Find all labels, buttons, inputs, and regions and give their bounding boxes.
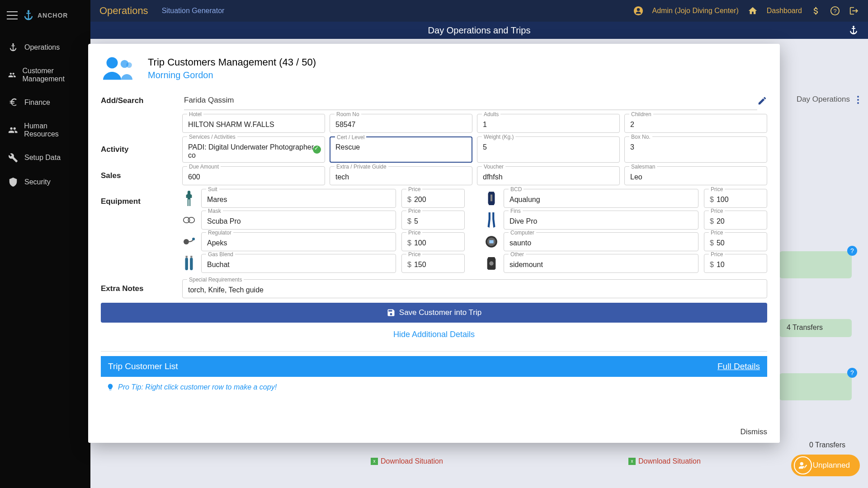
- help-badge-icon[interactable]: ?: [847, 246, 857, 256]
- customer-name-input[interactable]: Farida Qassim: [184, 91, 757, 110]
- box-no-field[interactable]: Box No.3: [624, 136, 767, 163]
- field-value: sidemount: [509, 261, 693, 270]
- help-icon[interactable]: ?: [830, 6, 840, 16]
- bcd-field[interactable]: BCDAqualung: [504, 189, 698, 208]
- anchor-icon[interactable]: [848, 25, 859, 36]
- svg-rect-17: [190, 258, 193, 270]
- download-situation-link[interactable]: xDownload Situation: [371, 457, 443, 465]
- special-requirements-field[interactable]: Special Requirementstorch, Knife, Tech g…: [182, 279, 767, 298]
- regulator-field[interactable]: RegulatorApeks: [201, 232, 396, 251]
- fins-price-field[interactable]: Price$20: [704, 211, 767, 230]
- children-field[interactable]: Children2: [624, 114, 767, 133]
- other-field[interactable]: Othersidemount: [504, 254, 698, 273]
- anchor-icon: [8, 42, 18, 52]
- field-value: Aqualung: [509, 196, 693, 205]
- field-value: 50: [717, 239, 725, 247]
- suit-field[interactable]: SuitMares: [201, 189, 396, 208]
- dashboard-link[interactable]: Dashboard: [767, 7, 802, 15]
- fins-field[interactable]: FinsDive Pro: [504, 211, 698, 230]
- sidebar-item-operations[interactable]: Operations: [0, 35, 90, 60]
- suit-price-field[interactable]: Price$200: [401, 189, 465, 208]
- field-value: Leo: [630, 173, 761, 182]
- svg-rect-16: [185, 258, 188, 270]
- edit-icon[interactable]: [757, 96, 767, 106]
- transfer-card[interactable]: ?: [779, 251, 852, 278]
- svg-point-11: [184, 239, 189, 244]
- full-details-link[interactable]: Full Details: [717, 361, 760, 371]
- svg-point-20: [489, 261, 493, 265]
- page-title: Operations: [99, 5, 148, 17]
- logout-icon[interactable]: [849, 6, 859, 16]
- field-label: Weight (Kg.): [482, 134, 515, 140]
- tab-day-operations[interactable]: Day Operations: [797, 95, 850, 104]
- transfer-card[interactable]: ?: [779, 373, 852, 400]
- section-label-add-search: Add/Search: [101, 96, 182, 105]
- svg-point-1: [637, 8, 639, 11]
- svg-point-5: [107, 57, 118, 69]
- field-label: Other: [509, 251, 526, 258]
- field-value: dfhfsh: [483, 173, 614, 182]
- field-value: 10: [717, 261, 725, 268]
- help-badge-icon[interactable]: ?: [847, 368, 857, 378]
- hotel-field[interactable]: HotelHILTON SHARM W.FALLS: [182, 114, 325, 133]
- anchor-logo-icon: [22, 9, 35, 22]
- unplanned-fab[interactable]: Unplanned: [791, 455, 860, 476]
- dismiss-button[interactable]: Dismiss: [741, 427, 768, 436]
- computer-field[interactable]: Computersaunto: [504, 232, 698, 251]
- account-circle-icon[interactable]: [633, 6, 643, 16]
- regulator-price-field[interactable]: Price$100: [401, 232, 465, 251]
- gas-blend-price-field[interactable]: Price$150: [401, 254, 465, 273]
- gas-blend-field[interactable]: Gas BlendBuchat: [201, 254, 396, 273]
- adults-field[interactable]: Adults1: [477, 114, 620, 133]
- bcd-icon: [485, 191, 498, 206]
- more-menu-icon[interactable]: [857, 96, 859, 104]
- bcd-price-field[interactable]: Price$100: [704, 189, 767, 208]
- gas-blend-icon: [182, 256, 196, 271]
- computer-price-field[interactable]: Price$50: [704, 232, 767, 251]
- weight-field[interactable]: Weight (Kg.)5: [477, 136, 620, 163]
- other-equipment-icon: [485, 256, 498, 271]
- transfer-summary-0: 0 Transfers: [809, 441, 845, 449]
- save-customer-button[interactable]: Save Customer into Trip: [101, 303, 767, 323]
- download-label: Download Situation: [638, 457, 701, 465]
- voucher-field[interactable]: Voucherdfhfsh: [477, 166, 620, 185]
- sidebar-item-finance[interactable]: Finance: [0, 90, 90, 115]
- field-label: BCD: [509, 186, 524, 192]
- sidebar-item-customer-management[interactable]: Customer Management: [0, 60, 90, 90]
- salesman-field[interactable]: SalesmanLeo: [624, 166, 767, 185]
- mask-icon: [182, 212, 196, 228]
- mask-price-field[interactable]: Price$5: [401, 211, 465, 230]
- field-label: Price: [406, 251, 422, 258]
- euro-icon: [8, 98, 18, 108]
- due-amount-field[interactable]: Due Amount600: [182, 166, 325, 185]
- sidebar-item-human-resources[interactable]: Human Resources: [0, 115, 90, 145]
- mask-field[interactable]: MaskScuba Pro: [201, 211, 396, 230]
- svg-point-7: [126, 62, 132, 68]
- field-value: saunto: [509, 239, 693, 248]
- field-label: Fins: [509, 208, 523, 214]
- user-label[interactable]: Admin (Jojo Diving Center): [652, 7, 739, 15]
- field-label: Suit: [206, 186, 219, 192]
- field-label: Due Amount: [187, 164, 221, 170]
- xls-icon: x: [371, 458, 378, 465]
- field-value: Scuba Pro: [207, 217, 390, 226]
- services-field[interactable]: Services / ActivitiesPADI: Digital Under…: [182, 136, 325, 163]
- sidebar-item-security[interactable]: Security: [0, 170, 90, 194]
- field-label: Voucher: [482, 164, 505, 170]
- button-label: Save Customer into Trip: [399, 308, 481, 317]
- dollar-icon[interactable]: [811, 6, 821, 16]
- field-label: Special Requirements: [187, 277, 244, 283]
- extra-guide-field[interactable]: Extra / Private Guidetech: [330, 166, 472, 185]
- hamburger-menu[interactable]: [7, 11, 18, 19]
- other-price-field[interactable]: Price$10: [704, 254, 767, 273]
- field-label: Children: [629, 111, 653, 117]
- fins-icon: [485, 212, 498, 228]
- hide-details-link[interactable]: Hide Additional Details: [101, 323, 767, 347]
- field-value: Dive Pro: [509, 217, 693, 226]
- download-situation-link[interactable]: xDownload Situation: [628, 457, 701, 465]
- field-value: 200: [414, 196, 426, 203]
- room-no-field[interactable]: Room No58547: [330, 114, 472, 133]
- field-value: 100: [717, 196, 729, 203]
- sidebar-item-setup-data[interactable]: Setup Data: [0, 145, 90, 170]
- cert-level-field[interactable]: Cert / LevelRescue: [330, 136, 472, 163]
